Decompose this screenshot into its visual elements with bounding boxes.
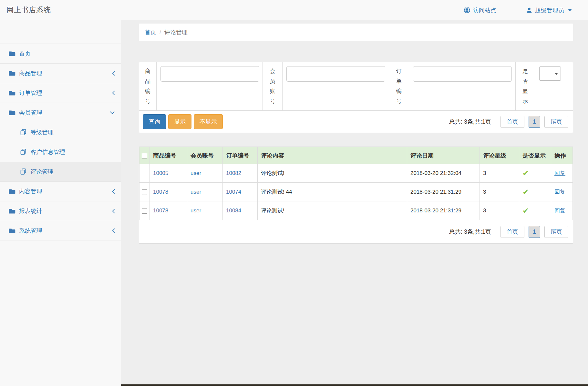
folder-icon <box>9 188 15 194</box>
sidebar-item-label: 订单管理 <box>19 89 42 97</box>
sidebar-item-label: 首页 <box>19 50 31 57</box>
comment-date: 2018-03-20 21:31:29 <box>410 208 461 214</box>
product-id-link[interactable]: 10078 <box>153 189 168 195</box>
sidebar-item-label: 商品管理 <box>19 69 42 77</box>
select-all-checkbox[interactable] <box>142 153 147 158</box>
sidebar-item-label: 客户信息管理 <box>30 148 65 156</box>
sidebar-item-7[interactable]: 内容管理 <box>0 181 121 201</box>
show-button[interactable]: 显示 <box>168 114 191 129</box>
product-id-link[interactable]: 10078 <box>153 208 168 214</box>
chevron-left-icon <box>112 228 115 234</box>
last-page-button[interactable]: 尾页 <box>544 116 568 128</box>
filter-label-visible: 是否显示 <box>522 66 529 110</box>
header-order-id: 订单编号 <box>223 147 258 164</box>
folder-icon <box>9 208 15 214</box>
admin-menu[interactable]: 超级管理员 <box>526 6 572 14</box>
folder-icon <box>9 110 15 116</box>
visible-select[interactable] <box>539 66 561 81</box>
main-content: 首页 / 评论管理 商品编号 会员账号 订单编号 是否 <box>121 20 588 386</box>
order-id-input[interactable] <box>413 66 512 82</box>
header-comment-date: 评论日期 <box>407 147 480 164</box>
sidebar-item-2[interactable]: 订单管理 <box>0 83 121 103</box>
comments-table-panel: 商品编号 会员账号 订单编号 评论内容 评论日期 评论星级 是否显示 操作 10… <box>139 147 573 244</box>
last-page-button[interactable]: 尾页 <box>544 226 568 238</box>
comment-stars: 3 <box>483 208 486 214</box>
order-id-link[interactable]: 10082 <box>226 170 241 176</box>
visit-site-label: 访问站点 <box>473 6 496 14</box>
header-member-account: 会员账号 <box>187 147 223 164</box>
row-checkbox[interactable] <box>142 208 147 214</box>
comment-date: 2018-03-20 21:32:04 <box>410 170 461 176</box>
sidebar: 首页商品管理订单管理会员管理等级管理客户信息管理评论管理内容管理报表统计系统管理 <box>0 20 121 386</box>
comments-table: 商品编号 会员账号 订单编号 评论内容 评论日期 评论星级 是否显示 操作 10… <box>139 147 573 220</box>
folder-icon <box>9 90 15 96</box>
select-caret-icon <box>555 73 558 75</box>
pagination-summary: 总共: 3条,共:1页 <box>449 118 491 126</box>
header-comment-content: 评论内容 <box>258 147 407 164</box>
sidebar-item-label: 等级管理 <box>30 128 54 136</box>
header-visible: 是否显示 <box>519 147 551 164</box>
hide-button[interactable]: 不显示 <box>194 114 223 129</box>
query-button[interactable]: 查询 <box>143 114 166 129</box>
sidebar-item-label: 会员管理 <box>19 109 42 117</box>
order-id-link[interactable]: 10084 <box>226 208 241 214</box>
order-id-link[interactable]: 10074 <box>226 189 241 195</box>
chevron-left-icon <box>112 208 115 214</box>
comment-date: 2018-03-20 21:31:29 <box>410 189 461 195</box>
sidebar-item-6[interactable]: 评论管理 <box>0 162 121 181</box>
member-account-input[interactable] <box>286 66 385 82</box>
folder-icon <box>9 228 15 234</box>
admin-name-label: 超级管理员 <box>535 6 564 14</box>
sidebar-item-3[interactable]: 会员管理 <box>0 103 121 122</box>
product-id-input[interactable] <box>160 66 259 82</box>
header-product-id: 商品编号 <box>150 147 187 164</box>
row-checkbox[interactable] <box>142 171 147 176</box>
first-page-button[interactable]: 首页 <box>500 226 524 238</box>
breadcrumb-separator: / <box>160 29 161 36</box>
row-checkbox[interactable] <box>142 189 147 195</box>
member-account-link[interactable]: user <box>191 189 201 195</box>
chevron-left-icon <box>112 188 115 194</box>
folder-icon <box>9 70 15 76</box>
breadcrumb-home-link[interactable]: 首页 <box>145 28 156 36</box>
breadcrumb-current: 评论管理 <box>164 28 188 36</box>
visible-check-icon: ✔ <box>522 188 529 196</box>
sidebar-item-label: 系统管理 <box>19 227 42 235</box>
filter-panel: 商品编号 会员账号 订单编号 是否显示 <box>139 62 573 133</box>
user-icon <box>526 7 532 14</box>
table-row: 10005user10082评论测试!2018-03-20 21:32:043✔… <box>139 164 573 183</box>
visible-check-icon: ✔ <box>522 206 529 215</box>
folder-icon <box>9 51 15 56</box>
member-account-link[interactable]: user <box>191 170 201 176</box>
sidebar-item-8[interactable]: 报表统计 <box>0 201 121 221</box>
sidebar-item-4[interactable]: 等级管理 <box>0 122 121 142</box>
sidebar-item-1[interactable]: 商品管理 <box>0 63 121 83</box>
current-page-button[interactable]: 1 <box>529 226 540 238</box>
comment-content: 评论测试! <box>261 170 284 176</box>
header-comment-stars: 评论星级 <box>480 147 519 164</box>
top-header: 网上书店系统 访问站点 超级管理员 <box>0 0 588 20</box>
reply-link[interactable]: 回复 <box>554 189 565 195</box>
comment-stars: 3 <box>483 189 486 195</box>
top-pagination: 总共: 3条,共:1页 首页 1 尾页 <box>449 116 568 128</box>
table-body: 10005user10082评论测试!2018-03-20 21:32:043✔… <box>139 164 573 220</box>
product-id-link[interactable]: 10005 <box>153 170 168 176</box>
sidebar-item-0[interactable]: 首页 <box>0 44 121 63</box>
breadcrumb: 首页 / 评论管理 <box>139 24 573 41</box>
sidebar-item-5[interactable]: 客户信息管理 <box>0 142 121 162</box>
bottom-edge-strip <box>121 384 588 386</box>
table-header-row: 商品编号 会员账号 订单编号 评论内容 评论日期 评论星级 是否显示 操作 <box>139 147 573 164</box>
first-page-button[interactable]: 首页 <box>500 116 524 128</box>
filter-label-member-account: 会员账号 <box>269 66 276 110</box>
reply-link[interactable]: 回复 <box>554 208 565 214</box>
reply-link[interactable]: 回复 <box>554 170 565 176</box>
sidebar-item-9[interactable]: 系统管理 <box>0 221 121 240</box>
member-account-link[interactable]: user <box>191 208 201 214</box>
visit-site-link[interactable]: 访问站点 <box>464 6 496 14</box>
pagination-summary: 总共: 3条,共:1页 <box>449 228 491 236</box>
comment-content: 评论测试! <box>261 208 284 214</box>
chevron-down-icon <box>109 111 115 115</box>
comment-content: 评论测试! 44 <box>261 189 292 195</box>
pages-icon <box>20 129 27 136</box>
current-page-button[interactable]: 1 <box>529 116 540 128</box>
